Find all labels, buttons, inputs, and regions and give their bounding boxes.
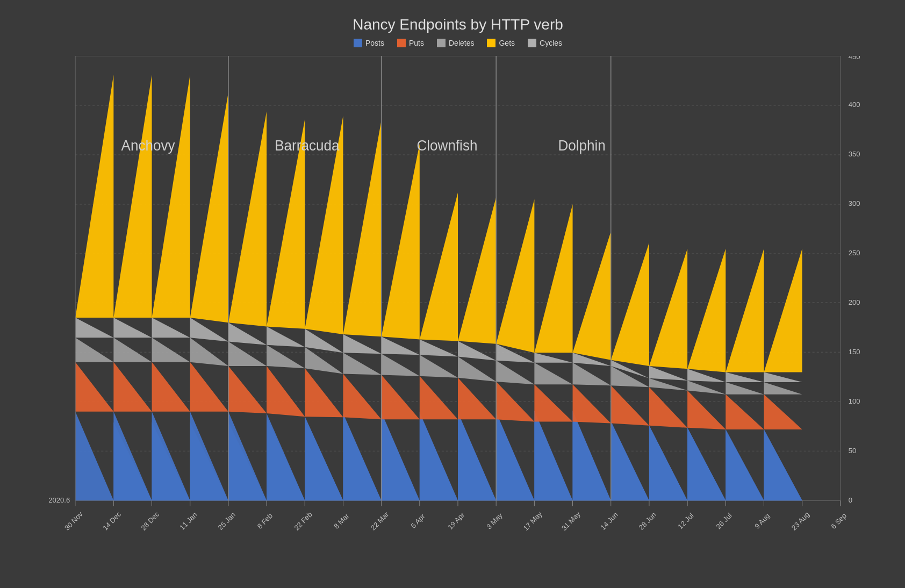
y-right-250: 250 bbox=[849, 249, 860, 257]
x-label-2: 28 Dec bbox=[140, 510, 161, 532]
y-right-0: 0 bbox=[849, 496, 852, 504]
version-anchovy: Anchovy bbox=[121, 137, 176, 153]
deletes-label: Deletes bbox=[449, 39, 474, 47]
puts-label: Puts bbox=[409, 39, 424, 47]
y-right-150: 150 bbox=[849, 348, 860, 356]
deletes-swatch bbox=[437, 39, 446, 47]
posts-swatch bbox=[354, 39, 362, 47]
x-label-6: 22 Feb bbox=[293, 510, 314, 532]
cycles-label: Cycles bbox=[540, 39, 562, 47]
x-label-12: 17 May bbox=[522, 510, 544, 532]
posts-label: Posts bbox=[365, 39, 384, 47]
x-label-10: 19 Apr bbox=[446, 511, 466, 532]
puts-swatch bbox=[397, 39, 406, 47]
version-clownfish: Clownfish bbox=[416, 137, 477, 153]
x-label-14: 14 Jun bbox=[599, 511, 620, 532]
x-label-19: 23 Aug bbox=[790, 510, 811, 532]
legend: Posts Puts Deletes Gets Cycles bbox=[354, 39, 562, 47]
x-label-9: 5 Apr bbox=[410, 512, 427, 530]
y-right-300: 300 bbox=[849, 199, 860, 207]
y-right-400: 400 bbox=[849, 101, 860, 109]
x-label-13: 31 May bbox=[560, 510, 582, 532]
chart-container: Nancy Endpoints by HTTP verb Posts Puts … bbox=[0, 0, 905, 588]
x-label-20: 6 Sep bbox=[829, 512, 848, 531]
x-label-7: 8 Mar bbox=[332, 511, 350, 530]
y-label-0: 2020.6 bbox=[48, 496, 70, 504]
cycles-swatch bbox=[528, 39, 536, 47]
x-label-11: 3 May bbox=[485, 511, 504, 531]
y-right-450: 450 bbox=[849, 56, 860, 61]
y-right-100: 100 bbox=[849, 397, 860, 405]
chart-area: 30 Nov 14 Dec 28 Dec 11 Jan 25 Jan 8 Feb… bbox=[43, 56, 873, 545]
gets-label: Gets bbox=[499, 39, 515, 47]
legend-item-cycles: Cycles bbox=[528, 39, 562, 47]
y-right-200: 200 bbox=[849, 298, 860, 306]
x-label-8: 22 Mar bbox=[369, 510, 391, 532]
legend-item-gets: Gets bbox=[487, 39, 515, 47]
x-label-0: 30 Nov bbox=[63, 510, 84, 532]
version-dolphin: Dolphin bbox=[558, 137, 605, 153]
chart-svg: 30 Nov 14 Dec 28 Dec 11 Jan 25 Jan 8 Feb… bbox=[43, 56, 873, 545]
legend-item-deletes: Deletes bbox=[437, 39, 474, 47]
x-label-15: 28 Jun bbox=[637, 511, 658, 532]
x-label-16: 12 Jul bbox=[676, 511, 695, 530]
legend-item-puts: Puts bbox=[397, 39, 424, 47]
x-label-4: 25 Jan bbox=[217, 511, 237, 532]
y-right-350: 350 bbox=[849, 150, 860, 158]
gets-swatch bbox=[487, 39, 495, 47]
legend-item-posts: Posts bbox=[354, 39, 384, 47]
y-right-50: 50 bbox=[849, 447, 857, 455]
x-label-17: 26 Jul bbox=[715, 511, 734, 530]
version-barracuda: Barracuda bbox=[275, 137, 339, 153]
x-label-1: 14 Dec bbox=[101, 510, 123, 532]
x-label-3: 11 Jan bbox=[178, 511, 199, 532]
x-label-5: 8 Feb bbox=[256, 512, 274, 530]
chart-title: Nancy Endpoints by HTTP verb bbox=[353, 16, 563, 33]
x-label-18: 9 Aug bbox=[753, 512, 771, 530]
